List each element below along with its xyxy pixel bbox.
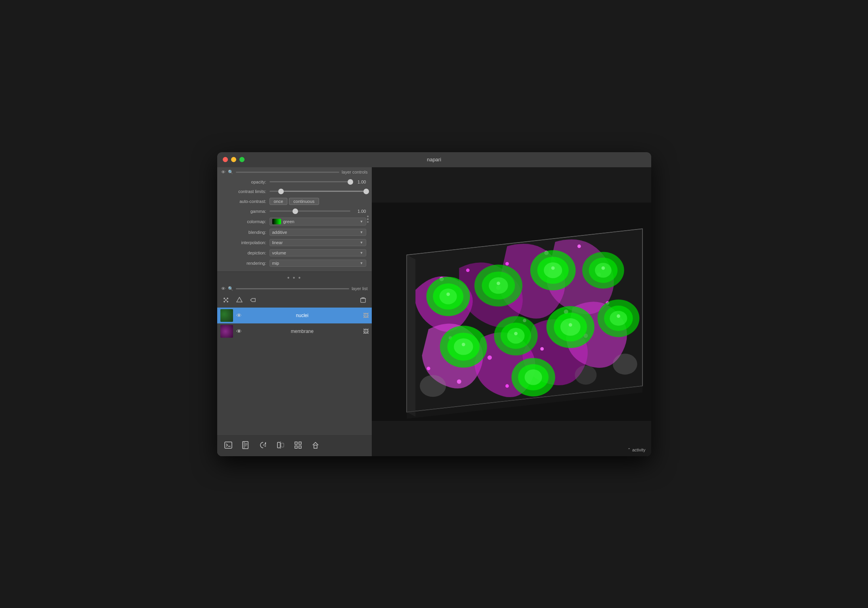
points-tool[interactable] bbox=[221, 296, 231, 305]
svg-point-52 bbox=[595, 263, 611, 277]
colormap-label: colormap: bbox=[223, 219, 266, 224]
maximize-button[interactable] bbox=[239, 157, 245, 162]
svg-point-78 bbox=[613, 354, 637, 375]
depiction-select[interactable]: volume ▼ bbox=[270, 249, 366, 256]
header-divider-2 bbox=[236, 288, 350, 289]
opacity-value: 1.00 bbox=[354, 180, 366, 184]
svg-point-55 bbox=[454, 338, 473, 355]
once-button[interactable]: once bbox=[270, 198, 288, 205]
terminal-button[interactable] bbox=[223, 440, 234, 452]
contrast-row: contrast limits: bbox=[217, 187, 372, 196]
svg-point-76 bbox=[420, 375, 446, 397]
nuclei-visibility-icon[interactable]: 👁 bbox=[236, 312, 242, 319]
viewport[interactable]: ⌃ activity bbox=[372, 167, 651, 456]
blending-select[interactable]: additive ▼ bbox=[270, 229, 366, 236]
svg-point-73 bbox=[514, 332, 518, 335]
close-button[interactable] bbox=[223, 157, 228, 162]
bottom-toolbar bbox=[217, 435, 372, 456]
contrast-label: contrast limits: bbox=[223, 189, 266, 194]
svg-point-0 bbox=[224, 298, 225, 299]
traffic-lights bbox=[223, 157, 245, 162]
rendering-label: rendering: bbox=[223, 261, 266, 266]
activity-chevron-icon: ⌃ bbox=[627, 447, 631, 452]
home-button[interactable] bbox=[310, 440, 321, 452]
membrane-visibility-icon[interactable]: 👁 bbox=[236, 328, 242, 335]
flip3d-button[interactable] bbox=[275, 440, 286, 452]
gamma-thumb[interactable] bbox=[293, 208, 298, 214]
svg-point-43 bbox=[439, 289, 457, 304]
svg-point-69 bbox=[497, 281, 500, 285]
svg-point-61 bbox=[560, 318, 580, 336]
interpolation-select[interactable]: linear ▼ bbox=[270, 239, 366, 246]
notebook-button[interactable] bbox=[240, 440, 251, 452]
colormap-dropdown-icon: ▼ bbox=[360, 220, 363, 224]
nuclei-layer-name: nuclei bbox=[245, 313, 360, 318]
grid-button[interactable] bbox=[293, 440, 304, 452]
svg-point-4 bbox=[225, 299, 227, 301]
activity-bar[interactable]: ⌃ activity bbox=[627, 447, 646, 452]
interpolation-label: interpolation: bbox=[223, 240, 266, 245]
svg-rect-19 bbox=[299, 446, 301, 448]
svg-point-2 bbox=[224, 301, 225, 302]
rendering-select[interactable]: mip ▼ bbox=[270, 260, 366, 267]
svg-point-1 bbox=[227, 298, 228, 299]
svg-rect-15 bbox=[281, 443, 284, 447]
svg-point-40 bbox=[505, 384, 509, 388]
svg-point-25 bbox=[466, 268, 469, 272]
opacity-thumb[interactable] bbox=[348, 179, 353, 185]
gamma-row: gamma: 1.00 bbox=[217, 206, 372, 216]
interpolation-value: linear bbox=[272, 240, 360, 245]
labels-tool[interactable] bbox=[248, 296, 258, 305]
depiction-dropdown-icon: ▼ bbox=[360, 251, 363, 255]
blending-label: blending: bbox=[223, 230, 266, 235]
nuclei-layer-type-icon: 🖼 bbox=[363, 312, 369, 319]
svg-point-49 bbox=[544, 262, 562, 278]
panel-separator: • • • bbox=[217, 272, 372, 284]
blending-row: blending: additive ▼ bbox=[217, 227, 372, 237]
search-icon[interactable]: 🔍 bbox=[228, 170, 233, 175]
nuclei-thumbnail bbox=[220, 309, 233, 322]
svg-marker-5 bbox=[237, 297, 242, 302]
auto-contrast-row: auto-contrast: once continuous bbox=[217, 196, 372, 206]
svg-point-71 bbox=[601, 266, 605, 270]
auto-contrast-label: auto-contrast: bbox=[223, 199, 266, 204]
more-options-button[interactable] bbox=[365, 214, 370, 224]
continuous-button[interactable]: continuous bbox=[289, 198, 319, 205]
contrast-min-thumb[interactable] bbox=[278, 189, 284, 194]
svg-rect-14 bbox=[277, 442, 280, 448]
auto-contrast-buttons: once continuous bbox=[270, 198, 319, 205]
search-icon-2[interactable]: 🔍 bbox=[228, 286, 233, 291]
svg-rect-18 bbox=[295, 446, 297, 448]
eye-icon-2[interactable]: 👁 bbox=[221, 286, 226, 291]
membrane-thumbnail bbox=[220, 325, 233, 338]
blending-value: additive bbox=[272, 230, 360, 235]
contrast-max-thumb[interactable] bbox=[363, 189, 369, 194]
svg-point-3 bbox=[227, 301, 228, 302]
svg-point-38 bbox=[426, 367, 430, 370]
layer-item-nuclei[interactable]: 👁 nuclei 🖼 bbox=[217, 308, 372, 323]
opacity-label: opacity: bbox=[223, 180, 266, 184]
blending-dropdown-icon: ▼ bbox=[360, 230, 363, 234]
header-divider bbox=[236, 172, 340, 173]
svg-point-28 bbox=[505, 262, 509, 265]
delete-layer-button[interactable] bbox=[358, 296, 368, 305]
svg-rect-9 bbox=[243, 442, 248, 449]
eye-icon[interactable]: 👁 bbox=[221, 170, 226, 174]
gamma-slider[interactable] bbox=[270, 208, 350, 214]
depiction-value: volume bbox=[272, 250, 360, 255]
svg-rect-10 bbox=[244, 442, 245, 449]
colormap-select[interactable]: green ▼ bbox=[270, 218, 366, 226]
svg-point-30 bbox=[577, 244, 581, 248]
layer-list-header: 👁 🔍 layer list bbox=[217, 284, 372, 294]
minimize-button[interactable] bbox=[231, 157, 236, 162]
opacity-slider[interactable] bbox=[270, 179, 350, 185]
colormap-value: green bbox=[283, 219, 360, 224]
rotate3d-button[interactable] bbox=[258, 440, 269, 452]
layer-list-panel: 👁 🔍 layer list bbox=[217, 284, 372, 435]
layer-item-membrane[interactable]: 👁 membrane 🖼 bbox=[217, 323, 372, 339]
layer-controls-header: 👁 🔍 layer controls bbox=[217, 167, 372, 177]
activity-label: activity bbox=[632, 447, 646, 452]
shapes-tool[interactable] bbox=[235, 296, 244, 305]
contrast-slider[interactable] bbox=[270, 188, 366, 195]
layer-tools bbox=[217, 294, 372, 308]
